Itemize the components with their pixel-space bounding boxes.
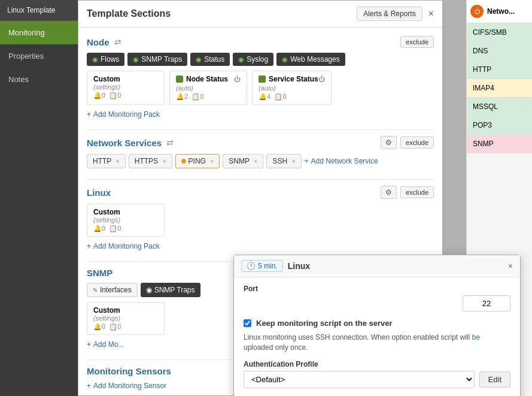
plus-icon-2: +: [305, 157, 309, 165]
right-panel-item-dns[interactable]: DNS: [467, 42, 532, 61]
custom-card-stats: 🔔0 📋0: [93, 92, 158, 99]
ssh-close-icon[interactable]: ×: [291, 158, 295, 165]
node-tags-row: ◉ Flows ◉ SNMP Traps ◉ Status ◉ Syslog ◉…: [87, 53, 434, 66]
interfaces-icon: ✎: [93, 287, 98, 294]
dialog-title: Template Sections: [87, 8, 171, 19]
snmp-custom-card-subtitle: (settings): [93, 315, 158, 322]
linux-section-actions: ⚙ exclude: [381, 186, 434, 199]
sound-icon-2: ◉: [133, 56, 139, 64]
edit-button[interactable]: Edit: [479, 371, 510, 388]
custom-card-subtitle: (settings): [93, 83, 158, 90]
snmp-custom-card: Custom (settings) 🔔0 📋0: [87, 302, 165, 335]
right-panel-item-cifs[interactable]: CIFS/SMB: [467, 23, 532, 42]
snmp-close-icon[interactable]: ×: [254, 158, 257, 165]
alerts-reports-button[interactable]: Alerts & Reports: [357, 7, 422, 21]
custom-card: Custom (settings) 🔔0 📋0: [87, 71, 165, 105]
popup-header: 🕐 5 min. Linux ×: [234, 255, 520, 277]
add-network-service-link[interactable]: + Add Network Service: [305, 154, 378, 168]
sidebar-item-monitoring[interactable]: Monitoring: [0, 21, 78, 44]
node-status-card-subtitle: (auto): [176, 84, 241, 92]
right-panel-item-pop3[interactable]: POP3: [467, 116, 532, 135]
tag-syslog[interactable]: ◉ Syslog: [233, 53, 273, 66]
popup-body: Port Keep monitoring script on the serve…: [234, 277, 520, 396]
linux-cards-row: Custom (settings) 🔔0 📋0: [87, 204, 434, 237]
service-status-card-subtitle: (auto): [259, 84, 325, 92]
tag-web-messages[interactable]: ◉ Web Messages: [276, 53, 345, 66]
add-monitoring-pack-snmp-link[interactable]: + Add Mo...: [87, 340, 124, 349]
network-services-tags-row: HTTP× HTTPS× PING× SNMP× SSH× + Add Netw…: [87, 154, 434, 168]
green-dot: [176, 75, 183, 83]
node-exclude-button[interactable]: exclude: [400, 36, 434, 48]
dialog-header: Template Sections Alerts & Reports ×: [78, 1, 442, 28]
linux-section-header: Linux ⚙ exclude: [87, 186, 434, 199]
sync-icon-2[interactable]: ⇄: [166, 138, 174, 147]
service-status-card-stats: 🔔4 📋0: [259, 93, 325, 101]
network-services-exclude-button[interactable]: exclude: [400, 137, 434, 149]
snmp-custom-card-stats: 🔔0 📋0: [93, 323, 158, 331]
popup-close-button[interactable]: ×: [508, 261, 513, 271]
auth-profile-label: Authentication Profile: [244, 360, 510, 368]
keep-script-checkbox[interactable]: [244, 319, 251, 327]
tag-snmp-traps[interactable]: ◉ SNMP Traps: [127, 53, 187, 66]
sidebar-item-notes[interactable]: Notes: [0, 68, 78, 91]
sound-icon-6: ◉: [146, 286, 152, 294]
power-icon[interactable]: ⏻: [234, 75, 241, 83]
network-services-gear-button[interactable]: ⚙: [381, 136, 397, 149]
snmp-custom-card-title: Custom: [93, 306, 158, 315]
tag-snmp-traps-2[interactable]: ◉ SNMP Traps: [141, 283, 200, 297]
network-services-title: Network Services: [87, 138, 162, 148]
plus-icon: +: [87, 110, 91, 119]
snmp-section-title: SNMP: [87, 268, 113, 278]
service-status-card: Service Status ⏻ (auto) 🔔4 📋0: [252, 71, 332, 105]
linux-custom-card-title: Custom: [93, 208, 158, 216]
right-panel-item-imap4[interactable]: IMAP4: [467, 79, 532, 98]
power-icon-2[interactable]: ⏻: [318, 75, 325, 83]
sound-icon-5: ◉: [282, 56, 288, 64]
tag-ssh[interactable]: SSH×: [266, 154, 301, 168]
port-group: Port: [244, 285, 510, 312]
sync-icon[interactable]: ⇄: [114, 37, 121, 47]
tag-status[interactable]: ◉ Status: [190, 53, 230, 66]
http-close-icon[interactable]: ×: [115, 158, 119, 165]
plus-icon-5: +: [87, 382, 91, 390]
node-status-card-header: Node Status ⏻: [176, 75, 241, 83]
tag-ping[interactable]: PING×: [175, 154, 220, 168]
custom-card-title: Custom: [93, 75, 158, 83]
right-panel-item-http[interactable]: HTTP: [467, 61, 532, 79]
right-panel-item-mssql[interactable]: MSSQL: [467, 98, 532, 116]
window-title: Linux Template: [0, 0, 78, 21]
linux-exclude-button[interactable]: exclude: [400, 186, 434, 198]
linux-section: Linux ⚙ exclude Custom (settings) 🔔0 📋0: [87, 186, 434, 250]
right-panel-header: ⬡ Netwo...: [467, 0, 532, 23]
tag-interfaces[interactable]: ✎ Interfaces: [87, 283, 138, 297]
https-close-icon[interactable]: ×: [162, 158, 166, 165]
right-panel-item-snmp[interactable]: SNMP: [467, 135, 532, 153]
highlight-text: be: [472, 333, 480, 341]
right-panel-items: CIFS/SMB DNS HTTP IMAP4 MSSQL POP3 SNMP: [467, 23, 532, 153]
close-button[interactable]: ×: [428, 8, 434, 19]
tag-snmp[interactable]: SNMP×: [223, 154, 263, 168]
node-status-card-title: Node Status: [176, 75, 228, 83]
sound-icon-3: ◉: [196, 56, 202, 64]
monitoring-sensors-title: Monitoring Sensors: [87, 366, 171, 376]
divider-2: [87, 179, 434, 180]
linux-gear-button[interactable]: ⚙: [381, 186, 397, 199]
auth-profile-select[interactable]: <Default>: [244, 371, 475, 388]
node-status-card: Node Status ⏻ (auto) 🔔2 📋0: [169, 71, 247, 105]
linux-custom-card-subtitle: (settings): [93, 216, 158, 223]
linux-section-title: Linux: [87, 188, 111, 198]
add-monitoring-pack-linux-link[interactable]: + Add Monitoring Pack: [87, 242, 160, 250]
ping-close-icon[interactable]: ×: [210, 158, 214, 165]
select-row: <Default> Edit: [244, 371, 510, 388]
port-input[interactable]: [463, 295, 510, 312]
add-monitoring-sensor-link[interactable]: + Add Monitoring Sensor: [87, 382, 166, 390]
popup-badge: 🕐 5 min.: [241, 260, 283, 272]
tag-http[interactable]: HTTP×: [87, 154, 126, 168]
sidebar-item-properties[interactable]: Properties: [0, 44, 78, 68]
tag-flows[interactable]: ◉ Flows: [87, 53, 124, 66]
sound-icon-4: ◉: [238, 56, 244, 64]
add-monitoring-pack-node-link[interactable]: + Add Monitoring Pack: [87, 110, 160, 119]
node-status-card-stats: 🔔2 📋0: [176, 93, 241, 101]
tag-https[interactable]: HTTPS×: [129, 154, 172, 168]
green-dot-2: [259, 75, 266, 83]
